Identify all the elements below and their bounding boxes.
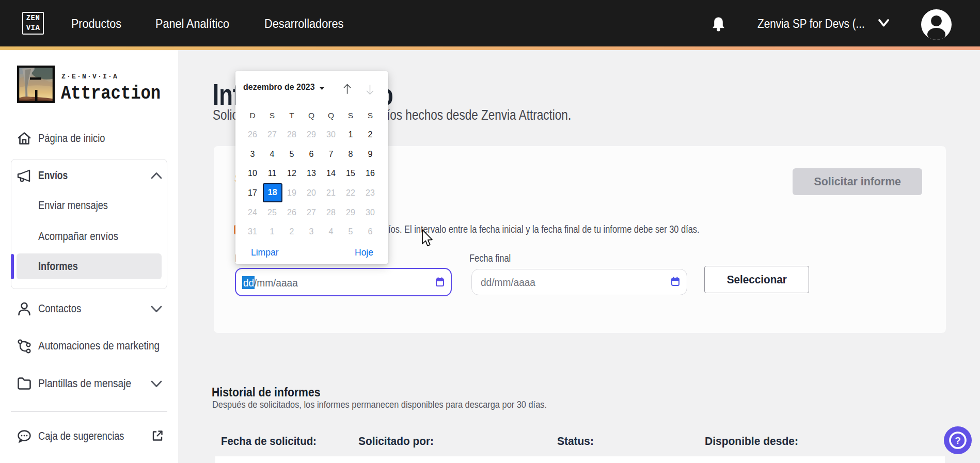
svg-text:?: ? <box>955 435 961 446</box>
